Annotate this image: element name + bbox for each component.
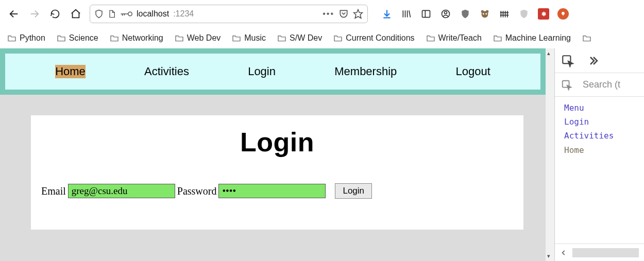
svg-point-21 [485,13,487,15]
bookmark-swdev[interactable]: S/W Dev [277,33,322,43]
page-nav-container: Home Activities Login Membership Logout [0,48,546,95]
url-bar[interactable]: localhost:1234 ••• [90,5,368,23]
chevron-left-icon[interactable] [560,249,567,256]
inspector-small-icon [561,79,572,91]
folder-icon [57,34,66,42]
bookmark-writeteach[interactable]: Write/Teach [426,33,482,43]
svg-point-19 [486,10,489,13]
folder-icon [277,34,286,42]
email-label: Email [41,185,66,197]
nav-activities[interactable]: Activities [144,65,189,78]
star-icon[interactable] [353,9,363,19]
arrow-left-icon [8,8,20,20]
svg-point-28 [562,12,565,15]
svg-rect-13 [422,10,430,17]
svg-point-20 [483,13,484,15]
login-form: Email Password Login [41,183,513,199]
download-icon[interactable] [381,8,393,20]
svg-marker-6 [354,10,363,19]
folder-icon [333,34,343,42]
bookmarks-bar: Python Science Networking Web Dev Music … [0,28,644,48]
devtools-footer-bar [572,248,639,257]
password-label: Password [177,185,217,197]
url-host: localhost [137,9,169,19]
folder-icon [426,34,435,42]
bookmark-python[interactable]: Python [7,33,45,43]
tree-home[interactable]: Home [564,143,635,157]
nav-home[interactable]: Home [55,65,86,78]
bookmark-more[interactable] [582,34,591,42]
svg-point-18 [481,10,484,13]
page-actions-icon[interactable]: ••• [323,9,334,19]
folder-icon [175,34,184,42]
page-title: Login [41,127,513,158]
tree-login[interactable]: Login [564,115,635,129]
reload-icon [50,9,60,19]
password-field[interactable] [218,184,326,198]
nav-login[interactable]: Login [248,65,276,78]
home-icon [70,8,81,20]
nav-membership[interactable]: Membership [334,65,397,78]
home-button[interactable] [66,4,86,24]
shield-icon [94,9,104,19]
svg-point-2 [128,12,132,16]
email-field[interactable] [68,184,175,198]
folder-icon [582,34,591,42]
devtools-panel: Search (t Menu Login Activities Home [554,48,644,261]
devtools-search-placeholder: Search (t [583,79,620,90]
back-button[interactable] [4,4,24,24]
devtools-search[interactable]: Search (t [555,73,644,97]
bookmark-science[interactable]: Science [57,33,98,43]
tree-activities[interactable]: Activities [564,129,635,143]
extension-icon-a[interactable] [518,8,530,20]
reload-button[interactable] [45,4,65,24]
folder-icon [493,34,502,42]
more-tools-icon[interactable] [587,55,599,67]
key-icon [120,10,132,18]
sidebar-icon[interactable] [420,8,432,20]
login-card: Login Email Password Login [31,115,523,230]
devtools-footer [555,243,644,261]
greasemonkey-icon[interactable] [479,8,490,20]
bookmark-conditions[interactable]: Current Conditions [333,33,414,43]
component-tree[interactable]: Menu Login Activities Home [555,97,644,161]
bookmark-ml[interactable]: Machine Learning [493,33,571,43]
fence-icon[interactable] [499,8,510,20]
page-viewport: Home Activities Login Membership Logout … [0,48,554,261]
tree-menu[interactable]: Menu [564,101,635,115]
page-nav: Home Activities Login Membership Logout [5,54,540,90]
ublock-icon[interactable] [460,8,471,20]
account-icon[interactable] [440,8,451,20]
toolbar-right: ✱ [381,8,569,20]
bookmark-networking[interactable]: Networking [110,33,163,43]
login-button[interactable]: Login [335,183,372,199]
extension-icon-b[interactable]: ✱ [538,8,549,20]
bookmark-music[interactable]: Music [232,33,266,43]
duckduckgo-icon[interactable] [557,8,569,20]
page-scrollbar[interactable] [546,48,554,261]
url-port: :1234 [173,9,194,19]
forward-button[interactable] [25,4,44,24]
svg-point-16 [445,11,447,14]
library-icon[interactable] [401,8,412,20]
pocket-icon[interactable] [338,9,349,19]
page-icon [108,9,116,19]
arrow-right-icon [29,8,40,20]
browser-toolbar: localhost:1234 ••• ✱ [0,0,644,28]
nav-logout[interactable]: Logout [456,65,490,78]
svg-line-12 [409,10,411,17]
bookmark-webdev[interactable]: Web Dev [175,33,221,43]
inspector-icon[interactable] [561,54,574,67]
devtools-toolbar [555,48,644,73]
folder-icon [7,34,16,42]
folder-icon [110,34,119,42]
folder-icon [232,34,241,42]
